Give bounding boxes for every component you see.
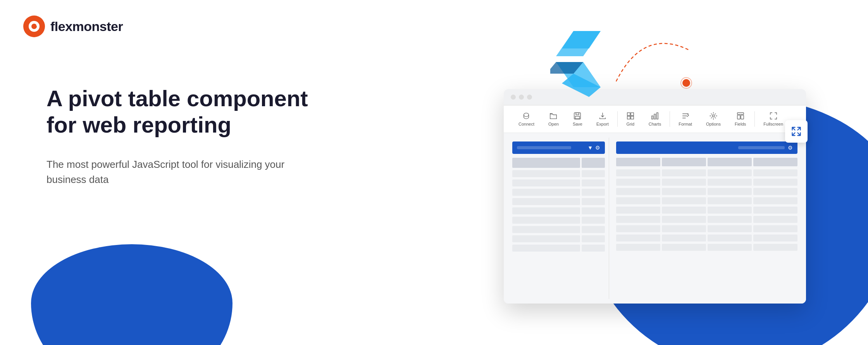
table-row xyxy=(616,216,797,223)
grid-icon xyxy=(626,112,635,120)
save-icon xyxy=(573,112,582,120)
fullscreen-float-button[interactable] xyxy=(785,120,808,143)
svg-point-22 xyxy=(712,115,715,117)
cell xyxy=(616,179,660,186)
svg-rect-19 xyxy=(652,116,653,119)
format-icon xyxy=(681,112,690,120)
cell xyxy=(512,226,580,233)
toolbar-connect[interactable]: Connect xyxy=(512,109,541,129)
cell xyxy=(582,226,605,233)
toolbar-charts[interactable]: Charts xyxy=(642,109,668,129)
hero-headline: A pivot table component for web reportin… xyxy=(46,85,308,138)
cell xyxy=(662,216,706,223)
cell xyxy=(753,158,797,166)
cell xyxy=(753,235,797,242)
table-row xyxy=(616,158,797,166)
fullscreen-float-icon xyxy=(791,126,802,137)
filter-bar-input xyxy=(517,146,571,149)
cell xyxy=(662,225,706,232)
cell xyxy=(708,207,752,214)
cell xyxy=(662,169,706,176)
toolbar-divider-3 xyxy=(754,111,755,127)
cell xyxy=(582,198,605,205)
brand-name: flexmonster xyxy=(50,19,123,34)
cell xyxy=(753,216,797,223)
cell xyxy=(708,179,752,186)
table-row xyxy=(512,217,605,224)
toolbar-fullscreen-label: Fullscreen xyxy=(763,122,783,126)
svg-rect-16 xyxy=(631,113,634,116)
svg-rect-20 xyxy=(654,114,656,119)
pivot-right-gear-icon: ⚙ xyxy=(788,145,793,151)
table-row xyxy=(616,244,797,251)
table-row xyxy=(512,198,605,205)
table-row xyxy=(512,235,605,242)
charts-icon xyxy=(651,112,659,120)
svg-rect-14 xyxy=(575,116,580,119)
cell xyxy=(512,179,580,186)
cell xyxy=(512,235,580,242)
flutter-logo-decoration xyxy=(550,27,628,106)
svg-marker-5 xyxy=(562,31,601,48)
cell xyxy=(582,245,605,252)
svg-point-9 xyxy=(682,79,690,87)
app-toolbar: Connect Open Save xyxy=(504,105,806,133)
toolbar-grid-label: Grid xyxy=(626,122,634,126)
cell xyxy=(708,216,752,223)
toolbar-save[interactable]: Save xyxy=(566,109,589,129)
toolbar-fields[interactable]: Fields xyxy=(728,109,753,129)
table-row xyxy=(512,158,605,168)
window-dot-3 xyxy=(527,95,532,100)
pivot-area: ▼ ⚙ xyxy=(504,133,806,304)
cell xyxy=(662,197,706,204)
open-icon xyxy=(549,112,558,120)
cell xyxy=(708,188,752,195)
fullscreen-toolbar-icon xyxy=(769,112,778,120)
cell xyxy=(512,189,580,196)
svg-rect-23 xyxy=(737,113,744,115)
toolbar-options[interactable]: Options xyxy=(699,109,728,129)
svg-point-11 xyxy=(524,113,529,117)
cell xyxy=(662,244,706,251)
cell xyxy=(512,245,580,252)
toolbar-grid[interactable]: Grid xyxy=(619,109,642,129)
cell xyxy=(708,158,752,166)
cell xyxy=(616,216,660,223)
red-dot-decoration xyxy=(680,77,692,91)
options-icon xyxy=(709,112,718,120)
filter-gear-icon: ⚙ xyxy=(595,145,600,151)
cell xyxy=(662,158,706,166)
toolbar-connect-label: Connect xyxy=(518,122,534,126)
toolbar-open[interactable]: Open xyxy=(541,109,566,129)
table-row xyxy=(616,225,797,232)
table-row xyxy=(616,188,797,195)
pivot-right-header: ⚙ xyxy=(616,141,797,154)
toolbar-format[interactable]: Format xyxy=(672,109,699,129)
cell xyxy=(616,244,660,251)
cell xyxy=(582,235,605,242)
table-row xyxy=(616,197,797,204)
cell xyxy=(582,179,605,186)
cell xyxy=(582,217,605,224)
table-row xyxy=(512,189,605,196)
cell xyxy=(753,179,797,186)
cell xyxy=(753,197,797,204)
table-row xyxy=(512,170,605,177)
toolbar-export[interactable]: Export xyxy=(589,109,616,129)
brand-logo-icon xyxy=(23,16,45,37)
cell xyxy=(512,170,580,177)
pivot-header-input xyxy=(738,146,785,149)
table-row xyxy=(512,226,605,233)
window-dot-1 xyxy=(511,95,516,100)
cell xyxy=(616,225,660,232)
pivot-left-panel: ▼ ⚙ xyxy=(508,138,609,299)
bg-blob-left xyxy=(31,244,232,345)
toolbar-save-label: Save xyxy=(573,122,582,126)
fields-icon xyxy=(736,112,745,120)
svg-rect-13 xyxy=(576,113,579,115)
cell xyxy=(616,169,660,176)
app-window: Connect Open Save xyxy=(504,89,806,304)
cell xyxy=(708,225,752,232)
svg-rect-24 xyxy=(737,115,740,119)
cell xyxy=(582,189,605,196)
